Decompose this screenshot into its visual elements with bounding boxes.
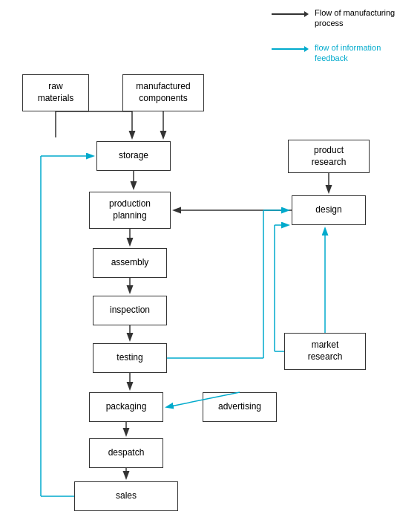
information-arrow-icon xyxy=(272,44,309,56)
box-sales: sales xyxy=(74,481,178,511)
box-inspection: inspection xyxy=(93,296,167,325)
diagram-container: Flow of manufacturing process flow of in… xyxy=(0,0,420,523)
box-production-planning: production planning xyxy=(89,192,171,229)
box-despatch: despatch xyxy=(89,438,163,468)
legend-manufacturing: Flow of manufacturing process xyxy=(272,7,405,29)
legend-manufacturing-text: Flow of manufacturing process xyxy=(315,7,395,29)
box-product-research: product research xyxy=(288,140,370,173)
box-manufactured-components: manufactured components xyxy=(122,74,204,111)
svg-marker-3 xyxy=(304,46,309,52)
box-raw-materials: raw materials xyxy=(22,74,89,111)
legend-information: flow of information feedback xyxy=(272,42,405,64)
box-testing: testing xyxy=(93,343,167,373)
manufacturing-arrow-icon xyxy=(272,9,309,22)
legend-information-text: flow of information feedback xyxy=(315,42,381,64)
box-packaging: packaging xyxy=(89,392,163,422)
legend-area: Flow of manufacturing process flow of in… xyxy=(272,7,405,77)
box-advertising: advertising xyxy=(203,392,277,422)
box-market-research: market research xyxy=(284,333,366,370)
box-design: design xyxy=(292,195,366,225)
box-storage: storage xyxy=(96,141,171,171)
svg-marker-1 xyxy=(304,11,309,17)
box-assembly: assembly xyxy=(93,248,167,278)
